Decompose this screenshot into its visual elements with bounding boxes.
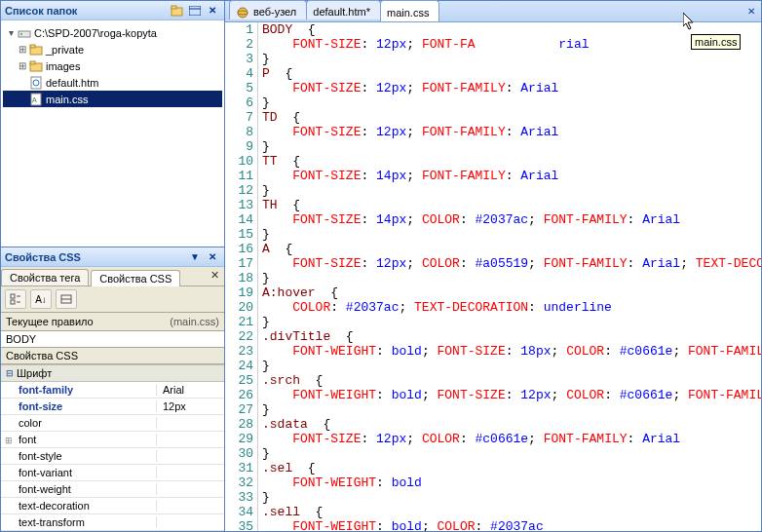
collapse-icon[interactable]: ⊟ bbox=[6, 368, 14, 378]
tree-item[interactable]: ⊞_private bbox=[3, 41, 222, 57]
line-number: 11 bbox=[225, 169, 253, 183]
code-line[interactable]: } bbox=[262, 490, 761, 505]
code-line[interactable]: } bbox=[262, 446, 761, 461]
code-line[interactable]: .sdata { bbox=[262, 417, 761, 432]
subtab-close-icon[interactable]: ✕ bbox=[206, 267, 224, 285]
code-line[interactable]: .sel { bbox=[262, 461, 761, 475]
code-line[interactable]: A:hover { bbox=[262, 285, 761, 300]
prop-value[interactable]: 12px bbox=[157, 400, 186, 412]
line-number: 19 bbox=[225, 285, 253, 300]
tree-item-label: images bbox=[46, 60, 80, 72]
prop-row[interactable]: text-decoration bbox=[1, 498, 224, 514]
close-icon[interactable]: ✕ bbox=[205, 250, 220, 264]
code-line[interactable]: FONT-SIZE: 14px; COLOR: #2037ac; FONT-FA… bbox=[262, 212, 761, 227]
editor-tab[interactable]: main.css bbox=[380, 0, 439, 21]
collapse-icon[interactable]: ▾ bbox=[5, 27, 17, 38]
code-line[interactable]: P { bbox=[262, 66, 761, 81]
left-column: Список папок ✕ ▾ C:\SPD-2007\roga-kopyta… bbox=[1, 1, 225, 531]
line-gutter: 1234567891011121314151617181920212223242… bbox=[225, 22, 258, 531]
summary-icon[interactable] bbox=[56, 289, 77, 309]
view-icon[interactable] bbox=[187, 4, 203, 18]
line-number: 21 bbox=[225, 315, 253, 329]
folder-tree[interactable]: ▾ C:\SPD-2007\roga-kopyta ⊞_private⊞imag… bbox=[1, 20, 224, 247]
code-line[interactable]: .divTitle { bbox=[262, 329, 761, 344]
close-icon[interactable]: ✕ bbox=[205, 4, 220, 18]
code-line[interactable]: } bbox=[262, 95, 761, 110]
code-line[interactable]: FONT-WEIGHT: bold; FONT-SIZE: 12px; COLO… bbox=[262, 388, 761, 402]
code-line[interactable]: FONT-WEIGHT: bold; FONT-SIZE: 18px; COLO… bbox=[262, 344, 761, 359]
code-line[interactable]: } bbox=[262, 271, 761, 285]
prop-row[interactable]: color bbox=[1, 415, 224, 432]
code-line[interactable]: } bbox=[262, 227, 761, 242]
code-line[interactable]: .sell { bbox=[262, 505, 761, 519]
tab-label: веб-узел bbox=[253, 6, 296, 18]
code-editor[interactable]: 1234567891011121314151617181920212223242… bbox=[225, 22, 761, 531]
code-line[interactable]: FONT-SIZE: 14px; FONT-FAMILY: Arial bbox=[262, 169, 761, 183]
code-line[interactable]: TD { bbox=[262, 110, 761, 125]
dropdown-icon[interactable]: ▼ bbox=[187, 250, 203, 264]
code-line[interactable]: } bbox=[262, 183, 761, 198]
prop-value[interactable]: Arial bbox=[157, 384, 184, 396]
expand-icon[interactable]: ⊞ bbox=[5, 436, 15, 445]
prop-row[interactable]: font-variant bbox=[1, 465, 224, 481]
selector-row[interactable]: BODY bbox=[1, 331, 224, 348]
subtab-tag-props[interactable]: Свойства тега bbox=[1, 269, 89, 285]
code-line[interactable]: } bbox=[262, 402, 761, 417]
code-line[interactable]: FONT-SIZE: 12px; COLOR: #a05519; FONT-FA… bbox=[262, 256, 761, 271]
editor-tab[interactable]: веб-узел bbox=[229, 0, 307, 19]
prop-row[interactable]: font-style bbox=[1, 448, 224, 465]
prop-name: ⊞font bbox=[1, 434, 157, 445]
code-line[interactable]: } bbox=[262, 139, 761, 154]
code-line[interactable]: } bbox=[262, 52, 761, 66]
code-line[interactable]: FONT-SIZE: 12px; FONT-FAMILY: Arial bbox=[262, 125, 761, 139]
tree-item-label: _private bbox=[46, 44, 84, 56]
code-line[interactable]: .srch { bbox=[262, 373, 761, 388]
props-header: Свойства CSS bbox=[1, 348, 224, 364]
css-toolbar: A↓ bbox=[1, 286, 224, 313]
prop-group-font[interactable]: ⊟ Шрифт bbox=[1, 364, 224, 382]
prop-row[interactable]: ⊞font bbox=[1, 432, 224, 448]
code-line[interactable]: A { bbox=[262, 242, 761, 256]
app-root: Список папок ✕ ▾ C:\SPD-2007\roga-kopyta… bbox=[0, 0, 762, 532]
tree-item[interactable]: Amain.css bbox=[3, 91, 222, 107]
expand-icon[interactable]: ⊞ bbox=[17, 60, 28, 71]
prop-row[interactable]: font-familyArial bbox=[1, 382, 224, 399]
code-line[interactable]: } bbox=[262, 359, 761, 373]
editor-tab[interactable]: default.htm* bbox=[306, 0, 381, 19]
line-number: 31 bbox=[225, 461, 253, 475]
code-line[interactable]: BODY { bbox=[262, 22, 761, 37]
subtab-css-props[interactable]: Свойства CSS bbox=[91, 270, 180, 286]
categorized-icon[interactable] bbox=[5, 289, 26, 309]
svg-rect-2 bbox=[189, 6, 201, 16]
code-line[interactable]: TH { bbox=[262, 198, 761, 212]
tab-close-icon[interactable]: ✕ bbox=[438, 6, 761, 17]
code-line[interactable]: COLOR: #2037ac; TEXT-DECORATION: underli… bbox=[262, 300, 761, 315]
line-number: 24 bbox=[225, 359, 253, 373]
line-number: 33 bbox=[225, 490, 253, 505]
expand-icon[interactable]: ⊞ bbox=[17, 44, 28, 55]
code-line[interactable]: } bbox=[262, 315, 761, 329]
code-line[interactable]: FONT-SIZE: 12px; FONT-FAMILY: Arial bbox=[262, 81, 761, 95]
line-number: 8 bbox=[225, 125, 253, 139]
code-line[interactable]: FONT-WEIGHT: bold bbox=[262, 475, 761, 490]
code-line[interactable]: FONT-SIZE: 12px; COLOR: #c0661e; FONT-FA… bbox=[262, 432, 761, 446]
code-area[interactable]: BODY { FONT-SIZE: 12px; FONT-FA rial}P {… bbox=[258, 22, 761, 531]
prop-row[interactable]: text-transform bbox=[1, 514, 224, 531]
sort-icon[interactable]: A↓ bbox=[30, 289, 52, 309]
line-number: 16 bbox=[225, 242, 253, 256]
current-rule-row: Текущее правило (main.css) bbox=[1, 313, 224, 331]
tree-item[interactable]: ⊞images bbox=[3, 57, 222, 74]
line-number: 15 bbox=[225, 227, 253, 242]
code-line[interactable]: FONT-WEIGHT: bold; COLOR: #2037ac bbox=[262, 519, 761, 531]
code-line[interactable]: TT { bbox=[262, 154, 761, 169]
tree-item[interactable]: default.htm bbox=[3, 74, 222, 91]
code-line[interactable]: FONT-SIZE: 12px; FONT-FA rial bbox=[262, 37, 761, 52]
css-panel-header: Свойства CSS ▼ ✕ bbox=[1, 247, 224, 267]
prop-name: color bbox=[1, 417, 157, 429]
prop-row[interactable]: font-weight bbox=[1, 481, 224, 498]
line-number: 28 bbox=[225, 417, 253, 432]
new-folder-icon[interactable] bbox=[170, 4, 185, 18]
prop-row[interactable]: font-size12px bbox=[1, 399, 224, 415]
line-number: 34 bbox=[225, 505, 253, 519]
tree-root[interactable]: ▾ C:\SPD-2007\roga-kopyta bbox=[3, 24, 222, 41]
